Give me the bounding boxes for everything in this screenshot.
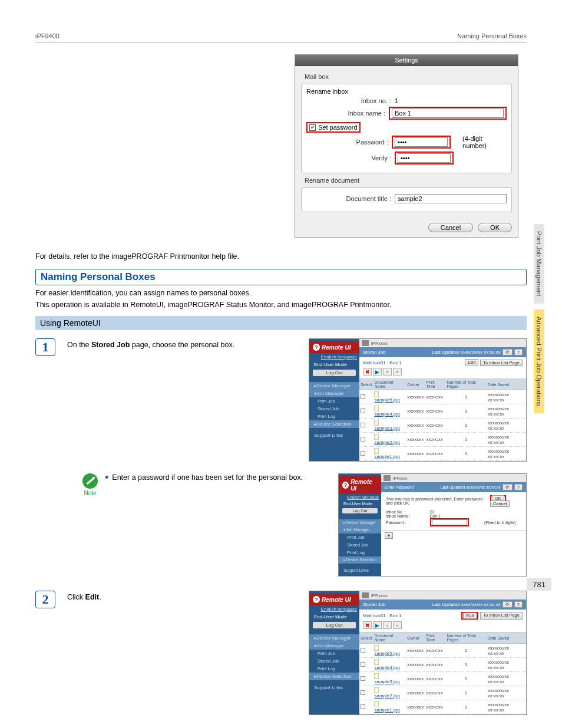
lang-link[interactable]: English language <box>339 494 381 500</box>
tool-icon-1[interactable]: ▫ <box>383 368 392 375</box>
help-icon[interactable]: ? <box>514 484 523 490</box>
nav-stored-job[interactable]: Stored Job <box>339 541 381 549</box>
to-inbox-list-button[interactable]: To Inbox List Page <box>480 360 523 366</box>
inbox-name-input[interactable]: Box 1 <box>392 108 504 118</box>
doc-name-link[interactable]: sample2.jpg <box>374 440 399 445</box>
row-checkbox[interactable] <box>361 409 365 413</box>
note-icon <box>82 473 98 489</box>
delete-icon[interactable]: ✖ <box>363 368 372 375</box>
mailbox-label: Mail box <box>305 73 512 80</box>
document-icon <box>374 659 379 665</box>
nav-device-selection[interactable]: ▸Device Selection <box>339 556 381 564</box>
document-icon <box>374 701 379 707</box>
nav-print-log[interactable]: Print Log <box>339 549 381 556</box>
doc-title-label: Document title : <box>306 195 395 202</box>
document-icon <box>374 406 379 411</box>
logout-button[interactable]: Log Out <box>342 508 378 513</box>
doc-name-link[interactable]: sample5.jpg <box>374 397 399 403</box>
nav-job-manager[interactable]: ▾Job Manager <box>309 390 359 397</box>
doc-name-link[interactable]: sample3.jpg <box>374 679 399 684</box>
lang-link[interactable]: English language <box>309 353 359 361</box>
doc-name-link[interactable]: sample1.jpg <box>374 707 399 713</box>
set-password-label: Set password <box>318 124 358 131</box>
row-checkbox[interactable] <box>361 690 365 695</box>
table-row: sample1.jpg xxxxxxxxx:xx:xx1xxxx/xx/xx x… <box>359 447 526 461</box>
nav-print-log[interactable]: Print Log <box>309 665 359 673</box>
nav-device-selection[interactable]: ▸Device Selection <box>309 673 359 680</box>
play-icon[interactable]: ▶ <box>373 621 382 629</box>
details-text: For details, refer to the imagePROGRAF P… <box>35 252 527 261</box>
settings-dialog: Settings Mail box Rename inbox Inbox no.… <box>295 54 518 238</box>
doc-name-link[interactable]: sample5.jpg <box>374 651 399 656</box>
document-icon <box>374 673 379 679</box>
refresh-icon[interactable]: ⟳ <box>503 349 513 355</box>
row-checkbox[interactable] <box>361 704 365 709</box>
last-updated: Last Updated xxxx/xx/xx xx:xx:xx <box>432 602 501 607</box>
verify-input[interactable]: •••• <box>398 153 451 163</box>
remoteui-logo: ?Remote UI <box>309 594 359 605</box>
help-icon[interactable]: ? <box>514 349 523 355</box>
device-bar: iPFxxxx <box>359 339 526 347</box>
pw-input[interactable] <box>432 519 467 525</box>
row-checkbox[interactable] <box>361 437 365 442</box>
delete-icon[interactable]: ✖ <box>363 621 372 629</box>
tool-icon-2[interactable]: ▫ <box>393 368 402 375</box>
edit-button[interactable]: Edit <box>463 612 477 619</box>
row-checkbox[interactable] <box>361 676 365 681</box>
tool-icon-2[interactable]: ▫ <box>393 621 402 629</box>
printer-icon <box>362 340 369 346</box>
nav-stored-job[interactable]: Stored Job <box>309 657 359 665</box>
lang-link[interactable]: English language <box>309 605 359 613</box>
doc-name-link[interactable]: sample2.jpg <box>374 693 399 699</box>
play-icon[interactable]: ▶ <box>373 368 382 375</box>
to-inbox-list-button[interactable]: To Inbox List Page <box>480 612 523 620</box>
section-heading: Naming Personal Boxes <box>41 271 521 283</box>
nav-print-job[interactable]: Print Job <box>309 650 359 657</box>
nav-print-job[interactable]: Print Job <box>309 397 359 405</box>
expand-icon[interactable]: ▾ <box>385 532 393 539</box>
table-row: sample5.jpg xxxxxxxxx:xx:xx1xxxx/xx/xx x… <box>359 390 526 404</box>
tool-icon-1[interactable]: ▫ <box>383 621 392 629</box>
step-1-text: On the Stored Job page, choose the perso… <box>67 338 297 349</box>
nav-support-links[interactable]: Support Links <box>309 431 359 439</box>
row-checkbox[interactable] <box>361 394 365 399</box>
doc-name-link[interactable]: sample1.jpg <box>374 454 399 459</box>
doc-name-link[interactable]: sample4.jpg <box>374 411 399 417</box>
password-hint: (4-digit number) <box>462 135 507 149</box>
nav-support-links[interactable]: Support Links <box>309 684 359 691</box>
nav-stored-job[interactable]: Stored Job <box>309 405 359 413</box>
logout-button[interactable]: Log Out <box>313 370 356 376</box>
stored-job-title: Stored Job <box>363 350 386 355</box>
set-password-checkbox[interactable]: ✔ Set password <box>306 122 361 133</box>
refresh-icon[interactable]: ⟳ <box>503 484 513 490</box>
nav-device-selection[interactable]: ▸Device Selection <box>309 420 359 428</box>
nav-job-manager[interactable]: ▾Job Manager <box>309 642 359 650</box>
table-row: sample2.jpg xxxxxxxxx:xx:xx1xxxx/xx/xx x… <box>359 686 526 700</box>
row-checkbox[interactable] <box>361 662 365 667</box>
nav-device-manager[interactable]: ▸Device Manager <box>309 382 359 390</box>
nav-print-log[interactable]: Print Log <box>309 413 359 420</box>
doc-name-link[interactable]: sample4.jpg <box>374 665 399 670</box>
row-checkbox[interactable] <box>361 451 365 456</box>
cancel-button[interactable]: Cancel <box>428 223 473 232</box>
nav-print-job[interactable]: Print Job <box>339 533 381 541</box>
step-2-marker: 2 <box>35 591 55 608</box>
doc-title-input[interactable]: sample2 <box>395 194 507 203</box>
nav-device-manager[interactable]: ▸Device Manager <box>309 634 359 642</box>
doc-name-link[interactable]: sample3.jpg <box>374 426 399 431</box>
note-bullet: • Enter a password if one has been set f… <box>105 473 331 482</box>
password-input[interactable]: •••• <box>395 137 448 147</box>
nav-support-links[interactable]: Support Links <box>339 567 381 574</box>
row-checkbox[interactable] <box>361 648 365 653</box>
printer-icon <box>362 592 369 598</box>
logout-button[interactable]: Log Out <box>313 622 356 628</box>
table-row: sample1.jpg xxxxxxxxx:xx:xx1xxxx/xx/xx x… <box>359 700 526 714</box>
nav-job-manager[interactable]: ▾Job Manager <box>339 526 381 533</box>
row-checkbox[interactable] <box>361 423 365 427</box>
edit-button[interactable]: Edit <box>465 359 478 365</box>
nav-device-manager[interactable]: ▸Device Manager <box>339 519 381 526</box>
ok-button[interactable]: OK <box>478 223 512 232</box>
refresh-icon[interactable]: ⟳ <box>503 601 513 608</box>
pw-cancel-button[interactable]: Cancel <box>490 500 510 507</box>
help-icon[interactable]: ? <box>514 601 523 608</box>
